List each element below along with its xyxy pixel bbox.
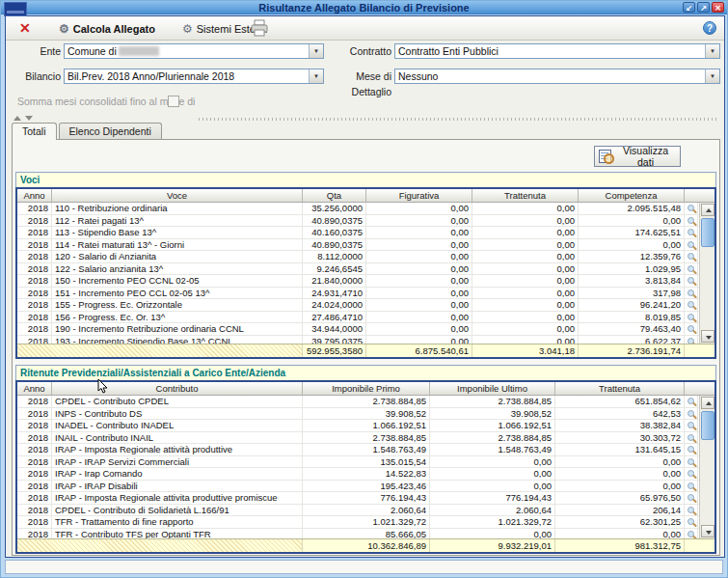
visualizza-dati-button[interactable]: Visualizza dati [594, 146, 681, 167]
contratto-select[interactable]: Contratto Enti Pubblici ▼ [394, 43, 720, 59]
table-row[interactable]: 2018120 - Salario di Anzianita8.112,0000… [17, 251, 699, 263]
tab-elenco-dipendenti[interactable]: Elenco Dipendenti [59, 123, 162, 139]
table-row[interactable]: 2018TFR - Trattamento di fine rapporto1.… [17, 516, 699, 529]
row-magnifier-icon[interactable] [685, 275, 698, 287]
table-row[interactable]: 2018114 - Ratei maturati 13^ - Giorni40.… [17, 239, 699, 252]
close-icon[interactable]: ✕ [19, 20, 31, 36]
row-magnifier-icon[interactable] [685, 505, 698, 516]
table-row[interactable]: 2018155 - Progress. Ec. Orizzontale24.02… [17, 299, 699, 312]
table-row[interactable]: 2018110 - Retribuzione ordinaria35.256,0… [17, 203, 699, 215]
table-cell: 39.795,0375 [303, 336, 366, 344]
table-cell: CPDEL - Contributo di Solidarietà L.166/… [52, 505, 303, 516]
table-row[interactable]: 2018CPDEL - Contributo di Solidarietà L.… [17, 505, 699, 517]
column-header[interactable]: Anno [17, 189, 52, 202]
table-cell: 0,00 [366, 239, 472, 251]
table-row[interactable]: 2018INPS - Contributo DS39.908,5239.908,… [17, 408, 699, 421]
restore-window-icon[interactable]: ↙ [683, 2, 695, 13]
row-magnifier-icon[interactable] [685, 251, 698, 262]
splitter-bar[interactable] [6, 115, 724, 123]
column-header[interactable]: Competenza [579, 189, 685, 202]
table-row[interactable]: 2018CPDEL - Contributo CPDEL2.738.884,85… [17, 396, 699, 408]
app-logo-icon[interactable] [4, 2, 27, 16]
scroll-down-icon[interactable] [701, 330, 715, 343]
row-magnifier-icon[interactable] [685, 312, 698, 323]
column-header[interactable]: Figurativa [366, 189, 472, 202]
table-row[interactable]: 2018112 - Ratei pagati 13^40.890,03750,0… [17, 215, 699, 228]
dropdown-button[interactable]: ▼ [309, 44, 323, 58]
bilancio-select[interactable]: Bil.Prev. 2018 Anno/Pluriennale 2018 ▼ [64, 69, 324, 84]
column-header[interactable]: Anno [17, 382, 52, 395]
ente-select[interactable]: Comune di ▼ [64, 43, 324, 59]
close-window-icon[interactable]: ✕ [712, 2, 724, 13]
table-cell: 2018 [17, 263, 52, 275]
column-header[interactable]: Qta [303, 189, 366, 202]
table-row[interactable]: 2018151 - Incremento PEO CCL 02-05 13^24… [17, 288, 699, 300]
table-row[interactable]: 2018IRAP - Imposta Regionale attività pr… [17, 444, 699, 456]
splitter-up-icon[interactable] [13, 116, 21, 121]
table-row[interactable]: 2018150 - Incremento PEO CCNL 02-0521.84… [17, 275, 699, 288]
scroll-thumb[interactable] [701, 411, 715, 440]
table-row[interactable]: 2018156 - Progress. Ec. Or. 13^27.486,47… [17, 312, 699, 324]
titlebar[interactable]: Risultanze Allegato Bilancio di Previsio… [1, 1, 727, 14]
row-magnifier-icon[interactable] [685, 529, 698, 539]
table-row[interactable]: 2018IRAP - Irap Comando14.522,830,000,00 [17, 468, 699, 481]
row-magnifier-icon[interactable] [685, 336, 698, 344]
row-magnifier-icon[interactable] [685, 468, 698, 480]
row-magnifier-icon[interactable] [685, 444, 698, 455]
magnifier-icon [688, 470, 694, 477]
voci-scrollbar[interactable] [699, 203, 715, 344]
row-magnifier-icon[interactable] [685, 263, 698, 275]
scroll-thumb[interactable] [701, 218, 715, 247]
column-header[interactable]: Voce [52, 189, 303, 202]
row-magnifier-icon[interactable] [685, 481, 698, 492]
table-row[interactable]: 2018INAIL - Contributo INAIL2.738.884,85… [17, 432, 699, 445]
table-row[interactable]: 2018122 - Salario anzianita 13^9.246,654… [17, 263, 699, 276]
scroll-up-icon[interactable] [701, 204, 715, 216]
column-header[interactable]: Contributo [52, 382, 303, 395]
column-header[interactable]: Trattenuta [472, 189, 579, 202]
row-magnifier-icon[interactable] [685, 323, 698, 335]
table-row[interactable]: 2018113 - Stipendio Base 13^40.160,03750… [17, 227, 699, 239]
row-magnifier-icon[interactable] [685, 420, 698, 431]
help-icon[interactable]: ? [703, 21, 716, 35]
table-cell: 0,00 [430, 529, 555, 539]
dropdown-button[interactable]: ▼ [705, 44, 719, 58]
tab-totali[interactable]: Totali [12, 123, 57, 140]
scroll-down-icon[interactable] [701, 525, 715, 537]
row-magnifier-icon[interactable] [685, 288, 698, 299]
row-magnifier-icon[interactable] [685, 456, 698, 468]
table-row[interactable]: 2018INADEL - Contributo INADEL1.066.192,… [17, 420, 699, 432]
maximize-window-icon[interactable]: ↗ [697, 2, 710, 13]
table-row[interactable]: 2018190 - Incremento Retribuzione ordina… [17, 323, 699, 336]
table-row[interactable]: 2018TFR - Contributo TFS per Optanti TFR… [17, 529, 699, 539]
somma-mesi-checkbox[interactable] [168, 96, 179, 107]
row-magnifier-icon[interactable] [685, 492, 698, 504]
row-magnifier-icon[interactable] [685, 239, 698, 251]
table-cell: 2018 [17, 468, 52, 480]
column-header[interactable]: Imponibile Ultimo [430, 382, 555, 395]
row-magnifier-icon[interactable] [685, 203, 698, 214]
table-row[interactable]: 2018IRAP - IRAP Servizi Commerciali135.0… [17, 456, 699, 469]
column-header[interactable]: Trattenuta [555, 382, 685, 395]
row-magnifier-icon[interactable] [685, 432, 698, 444]
dropdown-button[interactable]: ▼ [705, 69, 719, 83]
table-cell: 2018 [17, 215, 52, 227]
column-header[interactable]: Imponibile Primo [303, 382, 430, 395]
table-row[interactable]: 2018IRAP - IRAP Disabili195.423,460,000,… [17, 481, 699, 493]
print-icon[interactable] [249, 19, 270, 38]
splitter-handle[interactable] [199, 118, 716, 121]
row-magnifier-icon[interactable] [685, 215, 698, 227]
table-row[interactable]: 2018IRAP - Imposta Regionale attivita pr… [17, 492, 699, 505]
calcola-allegato-button[interactable]: ⚙ Calcola Allegato [56, 19, 158, 38]
row-magnifier-icon[interactable] [685, 227, 698, 238]
row-magnifier-icon[interactable] [685, 396, 698, 407]
table-cell: 0,00 [366, 288, 472, 299]
table-row[interactable]: 2018193 - Incremento Stipendio Base 13^ … [17, 336, 699, 344]
row-magnifier-icon[interactable] [685, 408, 698, 420]
scroll-up-icon[interactable] [701, 397, 715, 409]
ritenute-scrollbar[interactable] [699, 396, 715, 538]
splitter-down-icon[interactable] [25, 116, 33, 121]
mese-dettaglio-select[interactable]: Nessuno ▼ [394, 69, 720, 84]
row-magnifier-icon[interactable] [685, 299, 698, 311]
row-magnifier-icon[interactable] [685, 516, 698, 528]
